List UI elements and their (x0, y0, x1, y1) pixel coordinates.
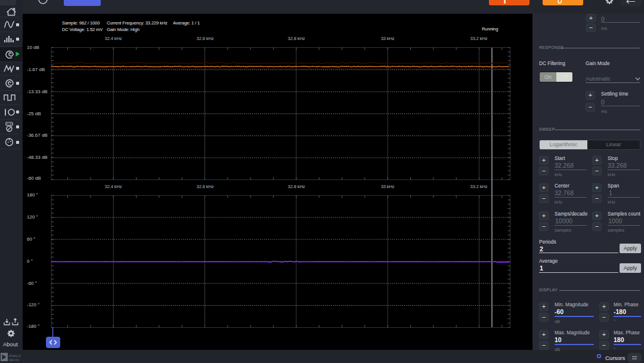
svg-text:DEVIC: DEVIC (9, 358, 20, 362)
svg-text:ANALO: ANALO (9, 354, 21, 358)
